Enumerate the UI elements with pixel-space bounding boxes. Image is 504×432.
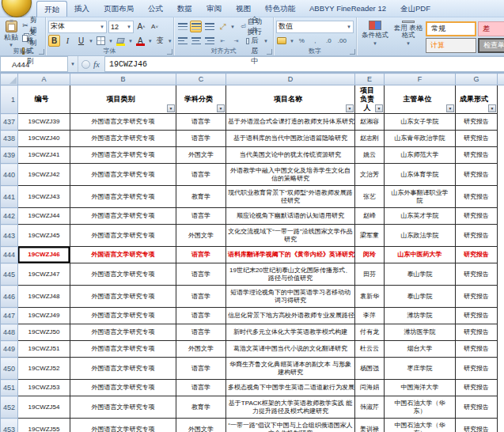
cell[interactable]: 外国文学	[176, 419, 226, 432]
cell[interactable]: 基于外语混合式金课打造的教师支持体系研究	[226, 114, 355, 131]
cell[interactable]: 杨国强	[355, 358, 385, 380]
formula-input[interactable]: 19CWZJ46	[104, 56, 504, 72]
cell[interactable]: 外国语言文学研究专项	[70, 131, 176, 147]
cell[interactable]: 外国语言文学研究专项	[70, 114, 176, 131]
cell[interactable]: 研究报告	[456, 396, 498, 419]
ribbon-tab-插入[interactable]: 插入	[67, 1, 97, 17]
column-header-A[interactable]: A	[18, 74, 70, 85]
cell[interactable]: 语言学	[176, 164, 226, 186]
align-right-button[interactable]	[203, 35, 215, 47]
borders-button[interactable]	[95, 35, 107, 47]
cell[interactable]: 潍坊学院	[385, 308, 456, 324]
cell[interactable]: 外国语言文学研究专项	[70, 324, 176, 341]
cell[interactable]: 文治芳	[355, 164, 385, 186]
cell[interactable]: 外国语言文学研究专项	[70, 396, 176, 419]
ribbon-tab-ABBYY FineReader 12[interactable]: ABBYY FineReader 12	[302, 1, 393, 17]
cell[interactable]: 语言学	[176, 324, 226, 341]
cell[interactable]: 闵玲	[355, 247, 385, 263]
cell[interactable]: 多模态视角下中国学生英语二语道歉行为发展研究	[226, 380, 355, 396]
comma-style-button[interactable]: ,	[309, 35, 321, 47]
cell[interactable]: 姜训禄	[355, 419, 385, 432]
cell[interactable]: 山东体育学院	[385, 164, 456, 186]
filter-dropdown-icon[interactable]: ▼	[167, 104, 175, 112]
fill-color-button[interactable]	[115, 35, 127, 47]
cell[interactable]: 山东师范大学	[385, 147, 456, 164]
name-box-dropdown[interactable]: ▼	[68, 56, 78, 72]
cell[interactable]: 研究报告	[456, 247, 498, 263]
cell[interactable]: 中国石油大学（华东）	[385, 396, 456, 419]
cell[interactable]: 外国语言文学研究专项	[70, 164, 176, 186]
align-bottom-button[interactable]	[203, 21, 215, 32]
accounting-format-button[interactable]	[276, 35, 288, 47]
cell-style-calc[interactable]: 计算	[426, 38, 476, 53]
ribbon-tab-特色功能[interactable]: 特色功能	[258, 1, 302, 17]
cell[interactable]: 外国语言文学研究专项	[70, 419, 176, 432]
cell[interactable]: 泰山学院	[385, 263, 456, 286]
cell[interactable]: 袁新华	[355, 286, 385, 308]
conditional-formatting-button[interactable]: 条件格式▼	[359, 19, 391, 47]
column-header-B[interactable]: B	[70, 74, 176, 85]
percent-style-button[interactable]: %	[296, 35, 308, 47]
cell[interactable]: 外国语言文学研究专项	[70, 186, 176, 208]
cell[interactable]: 语言学	[176, 131, 226, 147]
format-as-table-button[interactable]: 套用 表格格式▼	[392, 19, 424, 47]
cell[interactable]: 19CWZJ39	[18, 114, 70, 131]
cell[interactable]: 基于TPACK框架的大学英语教师教学实践 能力提升路径及模式构建研究	[226, 396, 355, 419]
table-header-cell[interactable]: 成果形式▼	[456, 85, 498, 114]
cell[interactable]: 19CWZJ50	[18, 324, 70, 341]
cell[interactable]: 外国语言文学研究专项	[70, 380, 176, 396]
filter-dropdown-icon[interactable]: ▼	[446, 104, 454, 112]
font-dialog-launcher[interactable]	[167, 49, 172, 55]
cell[interactable]: 研究报告	[456, 358, 498, 380]
cell[interactable]: 顺应论视角下幽默话语的认知语用研究	[226, 208, 355, 225]
clipboard-dialog-launcher[interactable]	[39, 49, 44, 55]
cell[interactable]: 潍坊医学院	[385, 324, 456, 341]
cell[interactable]: 研究报告	[456, 225, 498, 247]
row-header[interactable]: 439	[1, 147, 18, 164]
ribbon-tab-页面布局[interactable]: 页面布局	[97, 1, 141, 17]
cell[interactable]: 研究报告	[456, 131, 498, 147]
insert-function-button[interactable]	[81, 60, 90, 69]
row-header[interactable]: 444	[1, 247, 18, 263]
row-header[interactable]: 442	[1, 208, 18, 225]
cell[interactable]: 语言学	[176, 208, 226, 225]
cell[interactable]: 葛浩文英译中国当代小说的文化翻译研究	[226, 341, 355, 358]
row-header[interactable]: 447	[1, 308, 18, 324]
filter-dropdown-icon[interactable]: ▼	[375, 104, 383, 112]
cell[interactable]: 研究报告	[456, 286, 498, 308]
cell[interactable]: 赵峰	[355, 208, 385, 225]
cell[interactable]: 外国语言文学研究专项	[70, 225, 176, 247]
row-header[interactable]: 446	[1, 286, 18, 308]
row-header[interactable]: 437	[1, 114, 18, 131]
cell[interactable]: 山东英才学院	[385, 208, 456, 225]
cell[interactable]: 19CWZJ40	[18, 131, 70, 147]
cell[interactable]: 赵湘容	[355, 114, 385, 131]
cell[interactable]: 19CWZJ44	[18, 208, 70, 225]
filter-dropdown-icon[interactable]: ▼	[346, 104, 354, 112]
cell[interactable]: 外语教学中融入中国文化及培养学生文化自信的策略研究	[226, 164, 355, 186]
cell[interactable]: 研究报告	[456, 164, 498, 186]
row-header[interactable]: 450	[1, 358, 18, 380]
cell[interactable]: 山东外事翻译职业学院	[385, 186, 456, 208]
cell[interactable]: 杜云云	[355, 341, 385, 358]
column-header-G[interactable]: G	[456, 74, 498, 85]
font-color-button[interactable]: A	[135, 35, 146, 47]
cell[interactable]: 张艺	[355, 186, 385, 208]
row-header[interactable]: 445	[1, 263, 18, 286]
cell[interactable]: 语言学	[176, 308, 226, 324]
cell[interactable]: 研究报告	[456, 147, 498, 164]
cell[interactable]: 外国语言文学研究专项	[70, 147, 176, 164]
cell[interactable]: 外国语言文学研究专项	[70, 208, 176, 225]
cell[interactable]: 研究报告	[456, 324, 498, 341]
cell[interactable]: 中国石油大学（华东）	[385, 419, 456, 432]
cell[interactable]: 付有龙	[355, 324, 385, 341]
column-header-D[interactable]: D	[226, 74, 355, 85]
column-header-C[interactable]: C	[176, 74, 226, 85]
cell[interactable]: 泰山学院	[385, 286, 456, 308]
cell[interactable]: 外国语言文学研究专项	[70, 263, 176, 286]
cell-style-normal[interactable]: 常规	[426, 21, 476, 36]
cell[interactable]: 外国语言文学研究专项	[70, 341, 176, 358]
decrease-decimal-button[interactable]: .00	[336, 35, 348, 47]
cell[interactable]: 外国语言文学研究专项	[70, 308, 176, 324]
office-button[interactable]	[2, 0, 32, 17]
